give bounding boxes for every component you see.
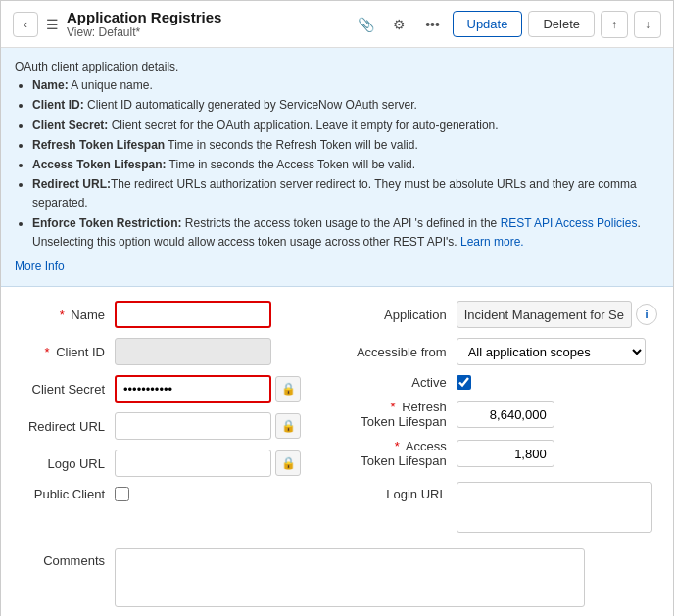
update-button[interactable]: Update <box>453 11 523 37</box>
name-row: * Name <box>17 301 329 328</box>
name-label: * Name <box>17 308 115 322</box>
active-checkbox[interactable] <box>457 375 471 390</box>
info-list: Name: A unique name. Client ID: Client I… <box>15 76 659 252</box>
public-client-checkbox[interactable] <box>115 487 129 501</box>
prev-record-button[interactable]: ↑ <box>601 11 628 38</box>
client-secret-input[interactable] <box>115 375 271 403</box>
comments-textarea[interactable] <box>115 548 585 607</box>
access-required-star: * <box>395 439 400 453</box>
delete-button[interactable]: Delete <box>528 11 595 37</box>
logo-url-lock-btn[interactable]: 🔒 <box>275 450 301 476</box>
info-item: Client Secret: Client secret for the OAu… <box>32 117 659 135</box>
refresh-token-row: * RefreshToken Lifespan 8,640,000 <box>329 400 657 429</box>
more-info: More Info <box>15 258 659 276</box>
refresh-token-input[interactable]: 8,640,000 <box>457 401 554 428</box>
client-secret-row: Client Secret 🔒 <box>17 375 329 403</box>
active-row: Active <box>329 375 657 390</box>
form-section: * Name * Client ID Client Secr <box>17 301 657 543</box>
logo-url-wrapper: 🔒 <box>115 450 301 477</box>
info-item: Client ID: Client ID automatically gener… <box>32 96 659 115</box>
application-value-wrapper: Incident Management for Se i <box>457 301 657 328</box>
access-token-label: * AccessToken Lifespan <box>329 439 457 468</box>
next-record-button[interactable]: ↓ <box>634 11 661 38</box>
more-options-icon[interactable]: ••• <box>419 11 447 38</box>
comments-label: Comments <box>17 548 115 568</box>
header-actions: 📎 ⚙ ••• Update Delete ↑ ↓ <box>353 11 662 38</box>
login-url-input[interactable] <box>457 482 652 533</box>
client-id-input[interactable] <box>115 338 271 365</box>
client-id-required-star: * <box>44 345 49 359</box>
accessible-from-row: Accessible from All application scopes T… <box>329 338 657 365</box>
page-title: Application Registries <box>67 9 345 25</box>
view-label: View: Default* <box>67 25 345 39</box>
rest-api-link[interactable]: REST API Access Policies <box>501 216 638 230</box>
public-client-label: Public Client <box>17 487 115 501</box>
right-column: Application Incident Management for Se i… <box>329 301 657 543</box>
name-required-star: * <box>60 308 65 322</box>
more-info-link[interactable]: More Info <box>15 260 65 273</box>
info-item: Refresh Token Lifespan Time in seconds t… <box>32 136 659 155</box>
info-item: Redirect URL:The redirect URLs authoriza… <box>32 175 659 213</box>
logo-url-row: Logo URL 🔒 <box>17 450 329 477</box>
logo-url-label: Logo URL <box>17 456 115 471</box>
application-registry-window: ‹ ☰ Application Registries View: Default… <box>0 0 674 616</box>
login-url-row: Login URL <box>329 478 657 533</box>
client-secret-label: Client Secret <box>17 382 115 397</box>
header-title-group: Application Registries View: Default* <box>67 9 345 39</box>
login-url-label: Login URL <box>329 482 457 501</box>
client-secret-lock-btn[interactable]: 🔒 <box>275 376 301 402</box>
refresh-token-label: * RefreshToken Lifespan <box>329 400 457 429</box>
redirect-url-input[interactable] <box>115 412 271 440</box>
info-item: Name: A unique name. <box>32 76 659 95</box>
redirect-url-label: Redirect URL <box>17 419 115 434</box>
redirect-url-row: Redirect URL 🔒 <box>17 412 329 440</box>
client-id-row: * Client ID <box>17 338 329 365</box>
application-row: Application Incident Management for Se i <box>329 301 657 328</box>
menu-icon: ☰ <box>46 17 59 32</box>
header: ‹ ☰ Application Registries View: Default… <box>1 1 673 48</box>
info-intro: OAuth client application details. <box>15 58 659 76</box>
info-item: Enforce Token Restriction: Restricts the… <box>32 214 659 252</box>
form-area: * Name * Client ID Client Secr <box>1 287 673 616</box>
filter-icon[interactable]: ⚙ <box>386 11 413 38</box>
accessible-from-select[interactable]: All application scopes This application … <box>457 338 646 365</box>
attachment-icon[interactable]: 📎 <box>353 11 380 38</box>
public-client-row: Public Client <box>17 487 329 501</box>
back-button[interactable]: ‹ <box>13 12 38 37</box>
redirect-url-lock-btn[interactable]: 🔒 <box>275 413 301 439</box>
client-id-label: * Client ID <box>17 345 115 359</box>
accessible-from-label: Accessible from <box>329 345 457 359</box>
logo-url-input[interactable] <box>115 450 271 477</box>
comments-row: Comments <box>17 543 657 607</box>
refresh-required-star: * <box>390 400 395 414</box>
application-label: Application <box>329 308 457 322</box>
name-input[interactable] <box>115 301 271 328</box>
left-column: * Name * Client ID Client Secr <box>17 301 329 543</box>
info-box: OAuth client application details. Name: … <box>1 48 673 287</box>
learn-more-link[interactable]: Learn more. <box>460 235 524 249</box>
access-token-row: * AccessToken Lifespan 1,800 <box>329 439 657 468</box>
access-token-input[interactable]: 1,800 <box>457 440 554 467</box>
active-label: Active <box>329 375 457 390</box>
client-secret-wrapper: 🔒 <box>115 375 301 403</box>
redirect-url-wrapper: 🔒 <box>115 412 301 440</box>
application-info-btn[interactable]: i <box>636 304 657 325</box>
application-value: Incident Management for Se <box>457 301 632 328</box>
info-item: Access Token Lifespan: Time in seconds t… <box>32 156 659 174</box>
